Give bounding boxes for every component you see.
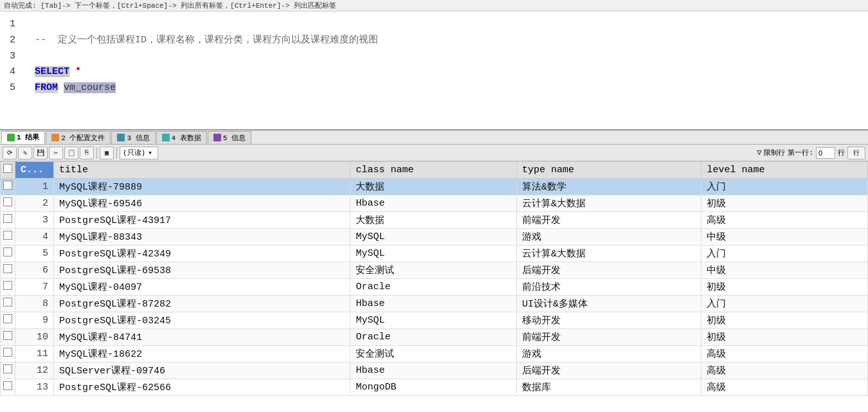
row-title: PostgreSQL课程-03245 xyxy=(54,312,350,329)
row-title: MySQL课程-88343 xyxy=(54,229,350,246)
table-row[interactable]: 7MySQL课程-04097Oracle前沿技术初级 xyxy=(1,279,868,296)
table-row[interactable]: 10MySQL课程-84741Oracle前端开发初级 xyxy=(1,329,868,346)
row-checkbox[interactable] xyxy=(3,214,12,223)
row-type-name: UI设计&多媒体 xyxy=(516,296,701,312)
row-id: 5 xyxy=(15,246,54,262)
row-checkbox-cell xyxy=(1,363,15,379)
row-checkbox[interactable] xyxy=(3,314,12,323)
row-label: 行 xyxy=(838,148,845,157)
select-keyword: SELECT xyxy=(35,66,69,77)
row-level-name: 高级 xyxy=(701,379,868,396)
tab-table[interactable]: 4 表数据 xyxy=(156,131,207,144)
row-title: MySQL课程-04097 xyxy=(54,279,350,296)
tab-info5[interactable]: 5 信息 xyxy=(208,131,251,144)
row-type-name: 游戏 xyxy=(516,346,701,363)
line-num-2: 2 xyxy=(5,33,15,49)
row-checkbox[interactable] xyxy=(3,197,12,206)
tab-results-icon xyxy=(7,134,15,141)
row-checkbox[interactable] xyxy=(3,181,12,190)
table-header-row: C... title class name type name level na… xyxy=(1,162,868,179)
row-type-name: 算法&数学 xyxy=(516,179,701,195)
row-id: 1 xyxy=(15,179,54,195)
tab-results-label: 1 结果 xyxy=(17,132,39,142)
filter-icon: ▽ xyxy=(757,148,761,157)
row-title: MySQL课程-69546 xyxy=(54,195,350,212)
table-row[interactable]: 8PostgreSQL课程-87282HbaseUI设计&多媒体入门 xyxy=(1,296,868,312)
row-checkbox-cell xyxy=(1,179,15,195)
line-num-1: 1 xyxy=(5,17,15,33)
col-header-checkbox[interactable] xyxy=(1,162,15,179)
toolbar-readonly-dropdown[interactable]: (只读) ▾ xyxy=(120,147,158,159)
toolbar-go-btn[interactable]: 行 xyxy=(847,147,865,159)
row-id: 2 xyxy=(15,195,54,212)
row-checkbox[interactable] xyxy=(3,381,12,390)
sql-code[interactable]: -- 定义一个包括课程ID，课程名称，课程分类，课程方向以及课程难度的视图 SE… xyxy=(18,12,868,129)
table-row[interactable]: 12SQLServer课程-09746Hbase后端开发高级 xyxy=(1,363,868,379)
row-checkbox[interactable] xyxy=(3,247,12,256)
tab-results[interactable]: 1 结果 xyxy=(1,131,45,144)
table-row[interactable]: 5PostgreSQL课程-42349MySQL云计算&大数据入门 xyxy=(1,246,868,262)
toolbar-sep-2 xyxy=(116,147,117,159)
row-id: 9 xyxy=(15,312,54,329)
results-grid[interactable]: C... title class name type name level na… xyxy=(0,161,868,412)
row-checkbox[interactable] xyxy=(3,231,12,240)
toolbar-btn-4[interactable]: ✂ xyxy=(49,147,63,159)
row-checkbox-cell xyxy=(1,329,15,346)
tab-table-label: 4 表数据 xyxy=(172,133,201,143)
line-numbers: 1 2 3 4 5 xyxy=(0,12,18,129)
row-id: 8 xyxy=(15,296,54,312)
row-checkbox[interactable] xyxy=(3,348,12,357)
toolbar-btn-3[interactable]: 💾 xyxy=(33,147,48,159)
tab-info3-icon xyxy=(117,134,125,141)
row-checkbox-cell xyxy=(1,279,15,296)
row-checkbox[interactable] xyxy=(3,298,12,307)
toolbar-btn-grid[interactable]: ▦ xyxy=(100,147,114,159)
tab-config[interactable]: 2 个配置文件 xyxy=(46,131,111,144)
row-checkbox-cell xyxy=(1,312,15,329)
row-class-name: MySQL xyxy=(350,312,517,329)
table-row[interactable]: 6PostgreSQL课程-69538安全测试后端开发中级 xyxy=(1,262,868,279)
row-checkbox[interactable] xyxy=(3,281,12,290)
row-checkbox[interactable] xyxy=(3,331,12,340)
autocomplete-bar: 自动完成: [Tab]-> 下一个标签，[Ctrl+Space]-> 列出所有标… xyxy=(0,0,868,12)
toolbar-btn-1[interactable]: ⟳ xyxy=(3,147,17,159)
row-checkbox-cell xyxy=(1,195,15,212)
row-level-name: 入门 xyxy=(701,179,868,195)
toolbar-btn-2[interactable]: ✎ xyxy=(18,147,32,159)
table-row[interactable]: 3PostgreSQL课程-43917大数据前端开发高级 xyxy=(1,212,868,229)
row-id: 11 xyxy=(15,346,54,363)
row-level-name: 初级 xyxy=(701,279,868,296)
table-row[interactable]: 4MySQL课程-88343MySQL游戏中级 xyxy=(1,229,868,246)
table-row[interactable]: 13PostgreSQL课程-62566MongoDB数据库高级 xyxy=(1,379,868,396)
row-checkbox[interactable] xyxy=(3,264,12,273)
first-row-input[interactable] xyxy=(816,147,835,159)
toolbar-btn-5[interactable]: 📋 xyxy=(64,147,78,159)
tab-info3[interactable]: 3 信息 xyxy=(111,131,155,144)
row-checkbox-cell xyxy=(1,296,15,312)
row-checkbox[interactable] xyxy=(3,364,12,373)
row-type-name: 云计算&大数据 xyxy=(516,246,701,262)
row-id: 13 xyxy=(15,379,54,396)
table-row[interactable]: 9PostgreSQL课程-03245MySQL移动开发初级 xyxy=(1,312,868,329)
row-id: 7 xyxy=(15,279,54,296)
table-row[interactable]: 1MySQL课程-79889大数据算法&数学入门 xyxy=(1,179,868,195)
row-type-name: 数据库 xyxy=(516,379,701,396)
row-type-name: 后端开发 xyxy=(516,363,701,379)
toolbar: ⟳ ✎ 💾 ✂ 📋 ⎘ ▦ (只读) ▾ ▽ 限制行 第一行: 行 行 xyxy=(0,145,868,161)
from-keyword: FROM xyxy=(35,82,58,93)
table-row[interactable]: 11MySQL课程-18622安全测试游戏高级 xyxy=(1,346,868,363)
row-checkbox-cell xyxy=(1,262,15,279)
tabs-bar: 1 结果 2 个配置文件 3 信息 4 表数据 5 信息 xyxy=(0,130,868,145)
header-checkbox-box[interactable] xyxy=(3,164,12,173)
row-class-name: MySQL xyxy=(350,246,517,262)
col-header-class-name: class name xyxy=(350,162,517,179)
line-num-4: 4 xyxy=(5,64,15,80)
row-class-name: 安全测试 xyxy=(350,346,517,363)
table-row[interactable]: 2MySQL课程-69546Hbase云计算&大数据初级 xyxy=(1,195,868,212)
row-level-name: 高级 xyxy=(701,346,868,363)
col-header-c: C... xyxy=(15,162,54,179)
row-class-name: Oracle xyxy=(350,329,517,346)
autocomplete-text: 自动完成: [Tab]-> 下一个标签，[Ctrl+Space]-> 列出所有标… xyxy=(4,1,336,10)
row-type-name: 前沿技术 xyxy=(516,279,701,296)
toolbar-btn-6[interactable]: ⎘ xyxy=(80,147,94,159)
